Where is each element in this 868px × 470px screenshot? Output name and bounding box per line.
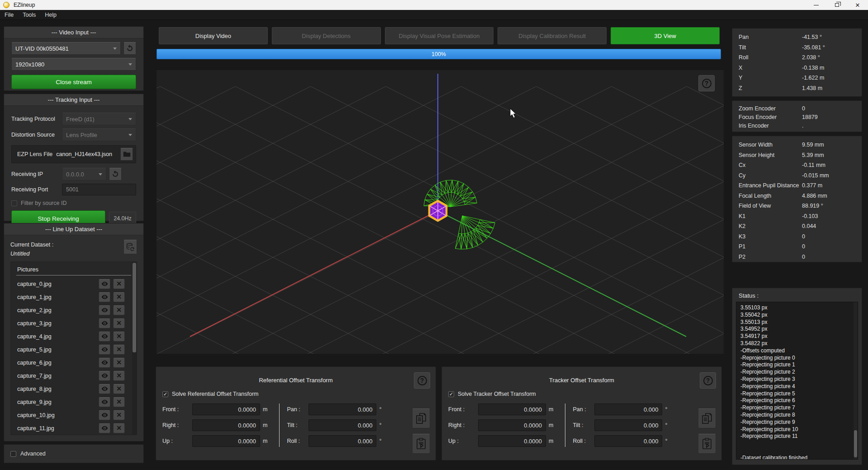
referential-offset-title: Referential Offset Transform bbox=[156, 377, 436, 384]
picture-visibility-button[interactable] bbox=[99, 345, 110, 355]
picture-row: capture_2.jpg bbox=[11, 304, 137, 317]
picture-visibility-button[interactable] bbox=[99, 358, 110, 368]
status-scrollbar[interactable] bbox=[854, 302, 858, 459]
tracker-help-button[interactable]: ? bbox=[700, 372, 716, 389]
offset-value-input[interactable]: 0.000 bbox=[594, 404, 662, 415]
picture-visibility-button[interactable] bbox=[99, 423, 110, 433]
picture-delete-button[interactable] bbox=[113, 332, 125, 342]
picture-visibility-button[interactable] bbox=[99, 318, 110, 328]
advanced-group: Advanced bbox=[4, 444, 144, 463]
x-icon bbox=[116, 307, 122, 313]
close-button[interactable] bbox=[847, 0, 868, 10]
restore-icon bbox=[835, 3, 839, 7]
solve-tracker-checkbox[interactable] bbox=[448, 391, 454, 397]
picture-visibility-button[interactable] bbox=[99, 292, 110, 302]
picture-row: capture_7.jpg bbox=[11, 369, 137, 382]
viewport-help-button[interactable]: ? bbox=[698, 75, 715, 91]
video-resolution-dropdown[interactable]: 1920x1080 bbox=[11, 58, 136, 71]
restore-button[interactable] bbox=[826, 0, 847, 10]
offset-value-input[interactable]: 0.0000 bbox=[478, 404, 546, 415]
picture-name: capture_3.jpg bbox=[17, 320, 96, 327]
picture-visibility-button[interactable] bbox=[99, 279, 110, 289]
minimize-button[interactable] bbox=[806, 0, 826, 10]
picture-delete-button[interactable] bbox=[113, 345, 125, 355]
referential-help-button[interactable]: ? bbox=[414, 372, 430, 389]
pictures-scrollbar-thumb[interactable] bbox=[133, 263, 136, 352]
lens-row: K1 -0.103 bbox=[739, 211, 855, 222]
advanced-label: Advanced bbox=[20, 451, 46, 457]
picture-delete-button[interactable] bbox=[113, 371, 125, 381]
picture-delete-button[interactable] bbox=[113, 423, 125, 433]
offset-value-input[interactable]: 0.000 bbox=[308, 404, 376, 415]
picture-visibility-button[interactable] bbox=[99, 384, 110, 394]
solve-referential-checkbox[interactable] bbox=[162, 391, 168, 397]
receiving-port-input[interactable]: 5001 bbox=[62, 184, 136, 195]
picture-visibility-button[interactable] bbox=[99, 371, 110, 381]
offset-value-input[interactable]: 0.0000 bbox=[192, 419, 260, 431]
offset-field-row: Up : 0.0000 m bbox=[162, 435, 267, 447]
status-scrollbar-thumb[interactable] bbox=[854, 430, 857, 457]
picture-delete-button[interactable] bbox=[113, 397, 125, 407]
filter-source-id-checkbox bbox=[11, 200, 17, 206]
menu-item[interactable]: File bbox=[0, 10, 18, 19]
offset-value-input[interactable]: 0.000 bbox=[308, 435, 376, 447]
paste-offsets-button[interactable] bbox=[412, 434, 430, 454]
lens-row: Focal Length 4.886 mm bbox=[739, 191, 855, 201]
receiving-ip-label: Receiving IP bbox=[11, 171, 62, 177]
picture-name: capture_11.jpg bbox=[17, 425, 96, 432]
picture-delete-button[interactable] bbox=[113, 384, 125, 394]
status-line: 3.55042 px bbox=[740, 312, 858, 319]
offset-value-input[interactable]: 0.000 bbox=[594, 435, 662, 447]
progress-value: 100% bbox=[432, 51, 446, 57]
offset-value-input[interactable]: 0.0000 bbox=[192, 435, 260, 447]
picture-delete-button[interactable] bbox=[113, 279, 125, 289]
refresh-ip-button[interactable] bbox=[109, 168, 122, 180]
browse-lens-file-button[interactable] bbox=[120, 148, 133, 161]
eye-icon bbox=[101, 294, 109, 299]
offset-value-input[interactable]: 0.0000 bbox=[192, 404, 260, 415]
picture-visibility-button[interactable] bbox=[99, 305, 110, 315]
status-line: -Reprojecting picture 1 bbox=[740, 361, 858, 369]
3d-viewport[interactable]: ? bbox=[157, 70, 724, 354]
menu-item[interactable]: Help bbox=[40, 10, 61, 19]
status-line: 3.55103 px bbox=[740, 304, 858, 312]
picture-visibility-button[interactable] bbox=[99, 410, 110, 420]
picture-name: capture_9.jpg bbox=[17, 399, 96, 405]
picture-delete-button[interactable] bbox=[113, 358, 125, 368]
dataset-sync-button[interactable] bbox=[123, 240, 137, 254]
video-device-dropdown[interactable]: UT-VID 00k0550481 bbox=[11, 42, 121, 55]
calibration-progress-bar: 100% bbox=[157, 49, 721, 59]
picture-delete-button[interactable] bbox=[113, 318, 125, 328]
copy-offsets-button[interactable] bbox=[698, 408, 716, 428]
offset-value-input[interactable]: 0.0000 bbox=[478, 419, 546, 431]
tab-3d-view[interactable]: 3D View bbox=[611, 27, 720, 44]
display-mode-tabs: Display Video Display Detections Display… bbox=[159, 27, 720, 44]
offset-field-row: Right : 0.0000 m bbox=[162, 419, 267, 431]
menu-item[interactable]: Tools bbox=[18, 10, 40, 19]
offset-field-row: Up : 0.0000 m bbox=[448, 435, 553, 447]
refresh-devices-button[interactable] bbox=[123, 42, 136, 55]
pictures-scrollbar[interactable] bbox=[132, 262, 137, 435]
paste-offsets-button[interactable] bbox=[698, 434, 716, 454]
picture-visibility-button[interactable] bbox=[99, 332, 110, 342]
offset-value-input[interactable]: 0.000 bbox=[308, 419, 376, 431]
picture-delete-button[interactable] bbox=[113, 292, 125, 302]
copy-icon bbox=[416, 413, 427, 424]
picture-delete-button[interactable] bbox=[113, 410, 125, 420]
copy-icon bbox=[702, 413, 712, 424]
close-stream-button[interactable]: Close stream bbox=[11, 75, 136, 89]
tracking-protocol-dropdown: FreeD (d1) bbox=[62, 113, 136, 125]
offset-value-input[interactable]: 0.000 bbox=[594, 419, 662, 431]
copy-offsets-button[interactable] bbox=[412, 408, 430, 428]
x-icon bbox=[116, 294, 122, 300]
3d-scene[interactable] bbox=[157, 70, 724, 354]
encoder-row: Zoom Encoder 0 bbox=[739, 104, 855, 113]
camera-pose-readout: Pan -41.53 ° Tilt -35.081 ° Roll 2.038 °… bbox=[732, 28, 862, 97]
folder-icon bbox=[123, 151, 131, 157]
advanced-checkbox[interactable] bbox=[10, 451, 16, 457]
offset-value-input[interactable]: 0.0000 bbox=[478, 435, 546, 447]
picture-visibility-button[interactable] bbox=[99, 397, 110, 407]
status-line: -Reprojecting picture 11 bbox=[740, 433, 858, 440]
tab-display-video[interactable]: Display Video bbox=[159, 27, 268, 44]
picture-delete-button[interactable] bbox=[113, 305, 125, 315]
